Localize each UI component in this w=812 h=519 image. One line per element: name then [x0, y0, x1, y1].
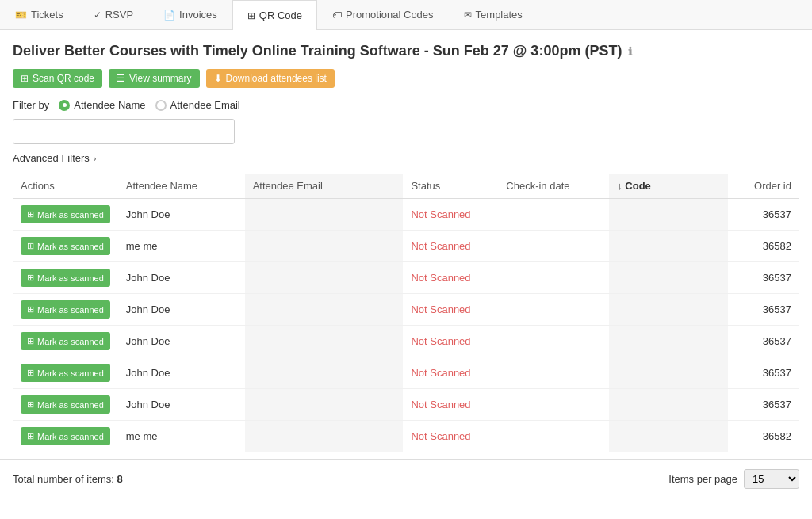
download-button[interactable]: ⬇ Download attendees list [206, 69, 335, 88]
status-cell-6: Not Scanned [403, 389, 498, 421]
code-cell-4 [609, 326, 728, 357]
email-cell-1 [245, 231, 404, 262]
checkin-cell-5 [498, 357, 609, 389]
code-cell-6 [609, 389, 728, 421]
scan-btn-icon-0: ⊞ [27, 209, 34, 219]
view-summary-button[interactable]: ☰ View summary [109, 69, 199, 88]
info-icon[interactable]: ℹ [628, 45, 632, 58]
checkin-cell-4 [498, 326, 609, 357]
status-badge-4: Not Scanned [411, 335, 470, 347]
tabs-bar: 🎫Tickets✓RSVP📄Invoices⊞QR Code🏷Promotion… [0, 0, 812, 30]
email-cell-4 [245, 326, 404, 357]
scan-btn-label-2: Mark as scanned [37, 273, 104, 283]
table-row: ⊞ Mark as scanned me me Not Scanned 3658… [13, 421, 799, 452]
name-cell-4: John Doe [118, 326, 245, 357]
filter-label: Filter by [13, 99, 49, 111]
download-icon: ⬇ [214, 73, 222, 84]
checkin-cell-6 [498, 389, 609, 421]
orderid-cell-7: 36582 [728, 421, 799, 452]
tab-tickets[interactable]: 🎫Tickets [0, 0, 79, 29]
advanced-filters-toggle[interactable]: Advanced Filters › [13, 152, 799, 164]
main-content: Deliver Better Courses with Timely Onlin… [0, 30, 812, 452]
scan-btn-icon-3: ⊞ [27, 304, 34, 315]
mark-scanned-btn-0[interactable]: ⊞ Mark as scanned [21, 205, 110, 223]
name-cell-5: John Doe [118, 357, 245, 389]
name-cell-2: John Doe [118, 262, 245, 294]
name-cell-3: John Doe [118, 294, 245, 326]
mark-scanned-btn-1[interactable]: ⊞ Mark as scanned [21, 237, 110, 255]
items-per-page-select[interactable]: 152550100 [744, 469, 799, 489]
orderid-cell-0: 36537 [728, 199, 799, 231]
tab-rsvp[interactable]: ✓RSVP [79, 0, 148, 29]
view-summary-label: View summary [129, 73, 191, 84]
invoices-tab-label: Invoices [179, 9, 217, 21]
scan-btn-icon-4: ⊞ [27, 336, 34, 346]
name-cell-7: me me [118, 421, 245, 452]
search-input[interactable] [13, 119, 235, 144]
orderid-cell-3: 36537 [728, 294, 799, 326]
status-cell-2: Not Scanned [403, 262, 498, 294]
orderid-cell-4: 36537 [728, 326, 799, 357]
status-badge-2: Not Scanned [411, 272, 470, 284]
checkin-cell-0 [498, 199, 609, 231]
view-icon: ☰ [117, 73, 125, 84]
mark-scanned-btn-4[interactable]: ⊞ Mark as scanned [21, 332, 110, 350]
col-header-actions: Actions [13, 174, 118, 199]
mark-scanned-btn-3[interactable]: ⊞ Mark as scanned [21, 300, 110, 319]
qr-code-tab-icon: ⊞ [247, 10, 255, 21]
page-title-area: Deliver Better Courses with Timely Onlin… [13, 43, 799, 59]
scan-btn-label-5: Mark as scanned [37, 368, 104, 378]
name-cell-1: me me [118, 231, 245, 262]
name-cell-0: John Doe [118, 199, 245, 231]
action-buttons: ⊞ Scan QR code ☰ View summary ⬇ Download… [13, 69, 799, 88]
tab-promotional-codes[interactable]: 🏷Promotional Codes [317, 0, 449, 29]
tab-qr-code[interactable]: ⊞QR Code [232, 0, 317, 30]
col-header-name: Attendee Name [118, 174, 245, 199]
code-cell-0 [609, 199, 728, 231]
col-header-code[interactable]: ↓ Code [609, 174, 728, 199]
mark-scanned-btn-6[interactable]: ⊞ Mark as scanned [21, 395, 110, 414]
action-cell-5: ⊞ Mark as scanned [13, 357, 118, 389]
checkin-cell-7 [498, 421, 609, 452]
code-cell-7 [609, 421, 728, 452]
status-badge-7: Not Scanned [411, 430, 470, 442]
status-cell-7: Not Scanned [403, 421, 498, 452]
radio-name-dot [59, 100, 70, 111]
status-cell-1: Not Scanned [403, 231, 498, 262]
scan-btn-label-6: Mark as scanned [37, 400, 104, 410]
filter-email-option[interactable]: Attendee Email [155, 99, 240, 111]
action-cell-0: ⊞ Mark as scanned [13, 199, 118, 231]
orderid-cell-2: 36537 [728, 262, 799, 294]
rsvp-tab-icon: ✓ [94, 10, 102, 21]
table-row: ⊞ Mark as scanned John Doe Not Scanned 3… [13, 199, 799, 231]
filter-name-option[interactable]: Attendee Name [59, 99, 145, 111]
rsvp-tab-label: RSVP [105, 9, 133, 21]
templates-tab-icon: ✉ [464, 10, 472, 21]
tickets-tab-icon: 🎫 [15, 10, 27, 21]
action-cell-2: ⊞ Mark as scanned [13, 262, 118, 294]
total-items: Total number of items: 8 [13, 473, 123, 485]
mark-scanned-btn-5[interactable]: ⊞ Mark as scanned [21, 364, 110, 382]
mark-scanned-btn-2[interactable]: ⊞ Mark as scanned [21, 269, 110, 287]
promotional-codes-tab-icon: 🏷 [332, 10, 342, 21]
orderid-cell-5: 36537 [728, 357, 799, 389]
total-count: 8 [117, 473, 123, 485]
scan-qr-button[interactable]: ⊞ Scan QR code [13, 69, 102, 88]
tab-templates[interactable]: ✉Templates [449, 0, 538, 29]
items-per-page-area: Items per page 152550100 [668, 469, 799, 489]
action-cell-4: ⊞ Mark as scanned [13, 326, 118, 357]
scan-icon: ⊞ [21, 73, 29, 84]
page-title: Deliver Better Courses with Timely Onlin… [13, 43, 622, 59]
status-badge-0: Not Scanned [411, 208, 470, 220]
table-row: ⊞ Mark as scanned John Doe Not Scanned 3… [13, 326, 799, 357]
scan-btn-label-1: Mark as scanned [37, 242, 104, 251]
status-cell-3: Not Scanned [403, 294, 498, 326]
table-row: ⊞ Mark as scanned me me Not Scanned 3658… [13, 231, 799, 262]
scan-btn-icon-2: ⊞ [27, 273, 34, 283]
scan-btn-icon-1: ⊞ [27, 241, 34, 251]
tab-invoices[interactable]: 📄Invoices [148, 0, 232, 29]
col-header-email: Attendee Email [245, 174, 404, 199]
action-cell-3: ⊞ Mark as scanned [13, 294, 118, 326]
status-cell-5: Not Scanned [403, 357, 498, 389]
mark-scanned-btn-7[interactable]: ⊞ Mark as scanned [21, 427, 110, 445]
